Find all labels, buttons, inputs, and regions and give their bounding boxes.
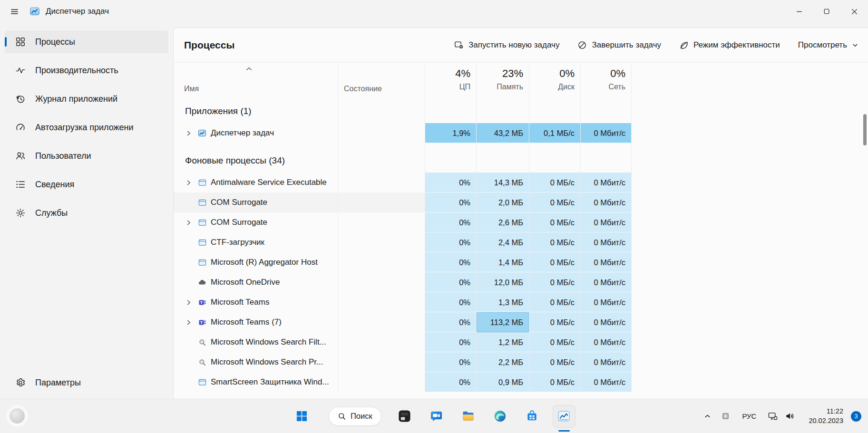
tray-time: 11:22 [809, 407, 843, 416]
process-status [338, 272, 425, 292]
taskbar-app-dark-app[interactable] [393, 405, 416, 428]
process-row[interactable]: Antimalware Service Executable0%14,3 МБ0… [174, 173, 868, 192]
process-row[interactable]: COM Surrogate0%2,0 МБ0 МБ/с0 Мбит/с [174, 192, 868, 212]
group-header[interactable]: Фоновые процессы (34) [174, 149, 868, 173]
app-window-icon [197, 179, 207, 187]
window-title: Диспетчер задач [46, 7, 109, 16]
app-window-icon [197, 239, 207, 247]
sidebar-item-services[interactable]: Службы [5, 202, 168, 224]
column-header-memory[interactable]: 23% Память [477, 62, 529, 99]
process-name: Microsoft OneDrive [211, 278, 280, 287]
cell-memory: 1,2 МБ [477, 332, 529, 352]
maximize-button[interactable] [813, 0, 840, 23]
column-header-status[interactable]: Состояние [338, 62, 425, 99]
taskbar-app-explorer[interactable] [457, 405, 480, 428]
process-row[interactable]: Диспетчер задач1,9%43,2 МБ0,1 МБ/с0 Мбит… [174, 123, 868, 143]
sidebar-item-details[interactable]: Сведения [5, 173, 168, 196]
expand-chevron-icon[interactable] [183, 319, 194, 326]
cell-cpu: 0% [425, 292, 477, 312]
expand-chevron-icon[interactable] [183, 130, 194, 137]
process-row[interactable]: Microsoft Teams0%1,3 МБ0 МБ/с0 Мбит/с [174, 292, 868, 312]
close-button[interactable] [840, 0, 868, 23]
network-button[interactable] [765, 407, 780, 426]
process-status [338, 192, 425, 212]
process-row[interactable]: SmartScreen Защитника Wind...0%0,9 МБ0 М… [174, 372, 868, 392]
end-task-button[interactable]: Завершить задачу [577, 40, 661, 50]
taskbar-search[interactable]: Поиск [329, 407, 381, 426]
chat-icon [430, 410, 443, 423]
cell-disk: 0 МБ/с [529, 292, 581, 312]
cell-disk: 0 МБ/с [529, 252, 581, 272]
column-header-network[interactable]: 0% Сеть [581, 62, 632, 99]
process-row[interactable]: CTF-загрузчик0%2,4 МБ0 МБ/с0 Мбит/с [174, 232, 868, 252]
process-table-body: Приложения (1)Диспетчер задач1,9%43,2 МБ… [174, 99, 868, 392]
cell-memory: 12,0 МБ [477, 272, 529, 292]
run-new-task-button[interactable]: Запустить новую задачу [454, 40, 559, 50]
minimize-icon [796, 9, 802, 15]
process-row[interactable]: Microsoft (R) Aggregator Host0%1,4 МБ0 М… [174, 252, 868, 272]
search-icon [338, 412, 346, 421]
column-header-cpu[interactable]: 4% ЦП [425, 62, 477, 99]
teams-icon [197, 298, 207, 307]
taskbar-app-edge[interactable] [489, 405, 512, 428]
process-status [338, 252, 425, 272]
cell-disk: 0 МБ/с [529, 372, 581, 392]
process-row[interactable]: Microsoft Windows Search Pr...0%2,2 МБ0 … [174, 352, 868, 372]
sidebar-item-users[interactable]: Пользователи [5, 144, 168, 167]
dark-app-icon [398, 410, 411, 423]
minimize-button[interactable] [785, 0, 813, 23]
process-status [338, 372, 425, 392]
system-tray: РУС 11:22 20.02.2023 3 [700, 399, 868, 433]
process-status [338, 332, 425, 352]
language-indicator[interactable]: РУС [742, 412, 756, 420]
expand-chevron-icon[interactable] [183, 299, 194, 306]
cell-memory: 2,6 МБ [477, 212, 529, 232]
expand-chevron-icon[interactable] [183, 219, 194, 226]
app-history-icon [15, 94, 26, 104]
scrollbar-thumb[interactable] [863, 114, 867, 145]
expand-chevron-icon[interactable] [183, 179, 194, 186]
tray-expand-button[interactable] [700, 407, 714, 426]
column-header-name[interactable]: Имя [174, 62, 338, 99]
sidebar-item-app-history[interactable]: Журнал приложений [5, 87, 168, 110]
tray-peripheral-button[interactable] [718, 407, 732, 426]
process-status [338, 232, 425, 252]
cell-network: 0 Мбит/с [581, 352, 632, 372]
start-button[interactable] [290, 405, 313, 428]
column-header-disk[interactable]: 0% Диск [529, 62, 581, 99]
cell-cpu: 0% [425, 192, 477, 212]
process-name: Antimalware Service Executable [211, 178, 327, 187]
process-row[interactable]: Microsoft OneDrive0%12,0 МБ0 МБ/с0 Мбит/… [174, 272, 868, 292]
process-row[interactable]: Microsoft Teams (7)0%113,2 МБ0 МБ/с0 Мби… [174, 312, 868, 332]
sidebar-item-settings[interactable]: Параметры [5, 371, 168, 394]
process-row[interactable]: Microsoft Windows Search Filt...0%1,2 МБ… [174, 332, 868, 352]
hamburger-menu-button[interactable] [4, 2, 25, 21]
process-row[interactable]: COM Surrogate0%2,6 МБ0 МБ/с0 Мбит/с [174, 212, 868, 232]
cell-disk: 0 МБ/с [529, 173, 581, 192]
notification-badge[interactable]: 3 [851, 411, 861, 422]
group-header[interactable]: Приложения (1) [174, 99, 868, 123]
taskbar-app-chat[interactable] [425, 405, 448, 428]
sidebar-item-performance[interactable]: Производительность [5, 59, 168, 82]
taskbar-app-task-manager[interactable] [553, 405, 575, 428]
taskbar-app-store[interactable] [521, 405, 544, 428]
sort-ascending-icon [245, 65, 253, 73]
maximize-icon [824, 9, 829, 14]
process-name: Microsoft Windows Search Pr... [211, 357, 323, 367]
app-window-icon [197, 199, 207, 207]
view-button[interactable]: Просмотреть [798, 40, 858, 50]
clock[interactable]: 11:22 20.02.2023 [809, 407, 843, 425]
cell-network: 0 Мбит/с [581, 123, 632, 143]
main-panel: Процессы Запустить новую задачуЗавершить… [173, 28, 868, 399]
app-window-icon [197, 219, 207, 227]
column-label-cpu: ЦП [459, 83, 470, 91]
page-title: Процессы [184, 39, 234, 51]
volume-button[interactable] [782, 407, 797, 426]
button-label: Просмотреть [798, 40, 847, 50]
efficiency-mode-button[interactable]: Режим эффективности [679, 40, 780, 50]
sidebar-item-label: Службы [35, 208, 68, 218]
sidebar-item-startup-apps[interactable]: Автозагрузка приложени [5, 116, 168, 139]
sidebar-item-processes[interactable]: Процессы [5, 30, 168, 53]
sidebar-item-label: Пользователи [35, 151, 91, 161]
button-label: Режим эффективности [693, 40, 780, 50]
